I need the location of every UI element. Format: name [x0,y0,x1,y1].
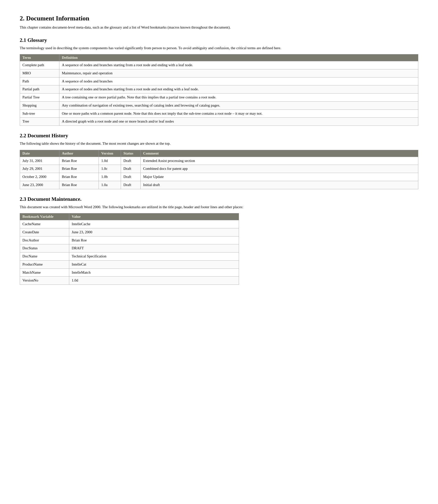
section21-title: 2.1 Glossary [20,37,418,43]
glossary-definition: A sequence of nodes and branches [59,77,418,85]
bookmark-row: CreateDate June 23, 2000 [20,228,239,236]
bookmark-row: ProductName IntelleCat [20,260,239,268]
bookmark-value: Brian Roe [69,236,239,244]
history-date: June 23, 2000 [20,181,59,189]
history-version: 1.0d [99,157,121,165]
bookmark-value: IntelleMatch [69,268,239,277]
glossary-definition: A directed graph with a root node and on… [59,118,418,126]
bookmark-variable: MatchName [20,268,69,277]
section23-intro: This document was created with Microsoft… [20,204,418,210]
bookmark-row: MatchName IntelleMatch [20,268,239,277]
history-row: October 2, 2000 Brian Roe 1.0b Draft Maj… [20,173,418,181]
history-comment: Combined docs for patent app [141,165,418,173]
history-version: 1.0c [99,165,121,173]
bookmark-row: DocName Technical Specification [20,252,239,261]
section2-title: 2. Document Information [20,15,418,22]
bookmark-variable: DocStatus [20,244,69,252]
history-author: Brian Roe [59,173,99,181]
glossary-definition: A sequence of nodes and branches startin… [59,61,418,69]
glossary-term: Tree [20,118,59,126]
glossary-row: Tree A directed graph with a root node a… [20,118,418,126]
history-row: July 29, 2001 Brian Roe 1.0c Draft Combi… [20,165,418,173]
glossary-term: Complete path [20,61,59,69]
history-comment: Major Update [141,173,418,181]
glossary-definition: Maintenance, repair and operation [59,69,418,77]
history-status: Draft [121,173,141,181]
history-author: Brian Roe [59,181,99,189]
bookmark-col-value: Value [69,213,239,220]
glossary-row: Sub-tree One or more paths with a common… [20,110,418,118]
glossary-row: MRO Maintenance, repair and operation [20,69,418,77]
history-version: 1.0b [99,173,121,181]
history-status: Draft [121,165,141,173]
bookmark-variable: DocAuthor [20,236,69,244]
glossary-term: Sub-tree [20,110,59,118]
history-col-status: Status [121,150,141,157]
glossary-definition: A tree containing one or more partial pa… [59,94,418,102]
bookmark-value: IntelleCache [69,220,239,228]
bookmark-variable: CreateDate [20,228,69,236]
history-col-version: Version [99,150,121,157]
bookmark-row: VersionNo 1.0d [20,277,239,285]
history-col-author: Author [59,150,99,157]
bookmark-col-variable: Bookmark Variable [20,213,69,220]
bookmark-variable: VersionNo [20,277,69,285]
bookmark-row: CacheName IntelleCache [20,220,239,228]
bookmark-variable: DocName [20,252,69,261]
bookmark-value: DRAFT [69,244,239,252]
history-date: July 31, 2001 [20,157,59,165]
history-status: Draft [121,157,141,165]
glossary-col-definition: Definition [59,54,418,61]
glossary-definition: One or more paths with a common parent n… [59,110,418,118]
history-col-comment: Comment [141,150,418,157]
history-date: October 2, 2000 [20,173,59,181]
bookmark-value: 1.0d [69,277,239,285]
section21-intro: The terminology used in describing the s… [20,45,418,51]
bookmark-value: Technical Specification [69,252,239,261]
history-status: Draft [121,181,141,189]
history-col-date: Date [20,150,59,157]
history-comment: Extended Assist processing section [141,157,418,165]
glossary-table: Term Definition Complete path A sequence… [20,54,418,126]
history-author: Brian Roe [59,157,99,165]
section22-intro: The following table shows the history of… [20,141,418,146]
glossary-definition: Any combination of navigation of existin… [59,101,418,110]
glossary-row: Partial Tree A tree containing one or mo… [20,94,418,102]
bookmark-table: Bookmark Variable Value CacheName Intell… [20,213,239,285]
bookmark-value: IntelleCat [69,260,239,268]
bookmark-variable: CacheName [20,220,69,228]
glossary-row: Partial path A sequence of nodes and bra… [20,85,418,94]
section2-intro: This chapter contains document-level met… [20,25,418,30]
history-date: July 29, 2001 [20,165,59,173]
glossary-row: Path A sequence of nodes and branches [20,77,418,85]
history-author: Brian Roe [59,165,99,173]
glossary-term: Partial path [20,85,59,94]
bookmark-row: DocStatus DRAFT [20,244,239,252]
bookmark-row: DocAuthor Brian Roe [20,236,239,244]
glossary-term: Partial Tree [20,94,59,102]
glossary-row: Complete path A sequence of nodes and br… [20,61,418,69]
history-row: June 23, 2000 Brian Roe 1.0a Draft Initi… [20,181,418,189]
glossary-term: Path [20,77,59,85]
glossary-row: Shopping Any combination of navigation o… [20,101,418,110]
bookmark-value: June 23, 2000 [69,228,239,236]
glossary-definition: A sequence of nodes and branches startin… [59,85,418,94]
glossary-col-term: Term [20,54,59,61]
history-table: Date Author Version Status Comment July … [20,150,418,189]
history-version: 1.0a [99,181,121,189]
history-row: July 31, 2001 Brian Roe 1.0d Draft Exten… [20,157,418,165]
section23-title: 2.3 Document Maintenance. [20,196,418,202]
history-comment: Initial draft [141,181,418,189]
section22-title: 2.2 Document History [20,133,418,139]
glossary-term: MRO [20,69,59,77]
bookmark-variable: ProductName [20,260,69,268]
glossary-term: Shopping [20,101,59,110]
